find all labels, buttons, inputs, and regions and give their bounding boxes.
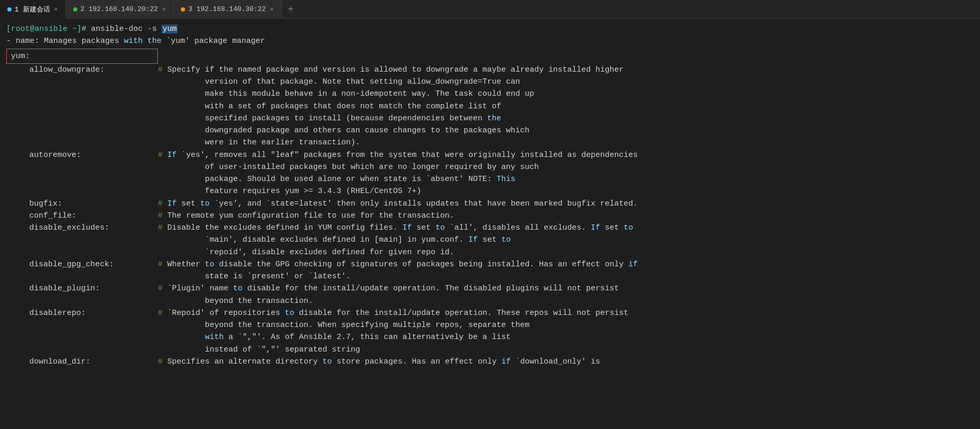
- param-desc-conf-file: # The remote yum configuration file to u…: [158, 210, 974, 222]
- tab-close-1[interactable]: ✕: [54, 5, 58, 13]
- param-row-disable-plugin: disable_plugin: # `Plugin' name to disab…: [6, 283, 974, 307]
- param-row-disable-gpg-check: disable_gpg_check: # Whether to disable …: [6, 258, 974, 283]
- tab-add-button[interactable]: +: [282, 0, 300, 19]
- tab-dot-3: [181, 7, 185, 12]
- param-desc-allow-downgrade: # Specify if the named package and versi…: [158, 64, 974, 149]
- param-row-allow-downgrade: allow_downgrade: # Specify if the named …: [6, 64, 974, 149]
- param-name-allow-downgrade: allow_downgrade:: [6, 64, 158, 76]
- tab-dot-2: [73, 7, 77, 12]
- cmd-highlight: yum: [162, 25, 178, 33]
- param-desc-download-dir: # Specifies an alternate directory to st…: [158, 356, 974, 368]
- doc-body: allow_downgrade: # Specify if the named …: [6, 64, 974, 368]
- param-desc-autoremove: # If `yes', removes all "leaf" packages …: [158, 149, 974, 198]
- param-row-conf-file: conf_file: # The remote yum configuratio…: [6, 210, 974, 222]
- tab-label-3: 3 192.168.140.30:22: [188, 5, 266, 13]
- param-row-disable-excludes: disable_excludes: # Disable the excludes…: [6, 222, 974, 258]
- tab-bar: 1 新建会话 ✕ 2 192.168.140.20:22 ✕ 3 192.168…: [0, 0, 980, 19]
- param-desc-disablerepo: # `Repoid' of repositories to disable fo…: [158, 307, 974, 356]
- tab-label-2: 2 192.168.140.20:22: [80, 5, 158, 13]
- prompt-line: [root@ansible ~]# ansible-doc -s yum: [6, 23, 974, 35]
- param-name-autoremove: autoremove:: [6, 149, 158, 161]
- tab-dot-1: [7, 7, 11, 12]
- param-name-disable-excludes: disable_excludes:: [6, 222, 158, 234]
- param-row-bugfix: bugfix: # If set to `yes', and `state=la…: [6, 198, 974, 210]
- cmd-text: ansible-doc -s: [91, 25, 162, 33]
- param-name-conf-file: conf_file:: [6, 210, 158, 222]
- yum-header: yum:: [6, 49, 158, 64]
- tab-new-session[interactable]: 1 新建会话 ✕: [0, 0, 66, 19]
- param-row-download-dir: download_dir: # Specifies an alternate d…: [6, 356, 974, 368]
- prompt-user: [root@ansible ~]: [6, 25, 82, 33]
- param-desc-bugfix: # If set to `yes', and `state=latest' th…: [158, 198, 974, 210]
- param-row-autoremove: autoremove: # If `yes', removes all "lea…: [6, 149, 974, 198]
- param-desc-disable-excludes: # Disable the excludes defined in YUM co…: [158, 222, 974, 258]
- tab-session-2[interactable]: 2 192.168.140.20:22 ✕: [66, 0, 174, 19]
- tab-session-3[interactable]: 3 192.168.140.30:22 ✕: [174, 0, 281, 19]
- param-name-disable-gpg-check: disable_gpg_check:: [6, 258, 158, 270]
- param-name-bugfix: bugfix:: [6, 198, 158, 210]
- param-name-disablerepo: disablerepo:: [6, 307, 158, 319]
- param-desc-disable-plugin: # `Plugin' name to disable for the insta…: [158, 283, 974, 307]
- tab-close-2[interactable]: ✕: [162, 5, 166, 13]
- param-row-disablerepo: disablerepo: # `Repoid' of repositories …: [6, 307, 974, 356]
- param-name-disable-plugin: disable_plugin:: [6, 283, 158, 295]
- tab-close-3[interactable]: ✕: [270, 5, 274, 13]
- param-name-download-dir: download_dir:: [6, 356, 158, 368]
- tab-label-1: 1 新建会话: [15, 5, 50, 14]
- terminal-area: [root@ansible ~]# ansible-doc -s yum - n…: [0, 19, 980, 372]
- yum-section: yum: allow_downgrade: # Specify if the n…: [6, 49, 974, 368]
- name-line: - name: Manages packages with the `yum' …: [6, 35, 974, 47]
- prompt-hash: #: [82, 25, 91, 33]
- param-desc-disable-gpg-check: # Whether to disable the GPG checking of…: [158, 258, 974, 283]
